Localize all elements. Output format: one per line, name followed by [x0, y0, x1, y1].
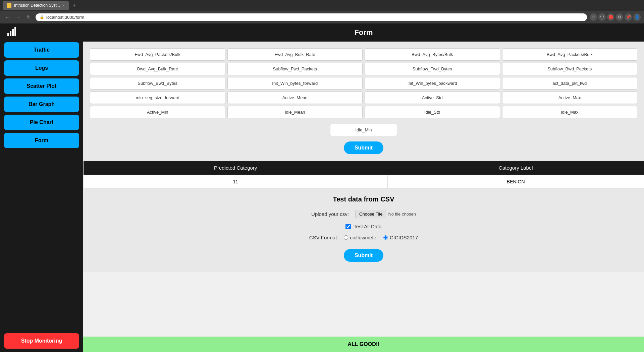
feature-cell: Active_Min: [90, 106, 225, 118]
test-all-data-checkbox[interactable]: [345, 224, 351, 229]
form-section: Fwd_Avg_Packets/Bulk Fwd_Avg_Bulk_Rate B…: [83, 42, 644, 161]
feature-cell: Idle_Std: [365, 106, 500, 118]
sidebar-item-bar-graph[interactable]: Bar Graph: [4, 97, 79, 112]
form-submit-button[interactable]: Submit: [344, 141, 383, 154]
upload-csv-label: Upload your csv:: [311, 211, 352, 217]
feature-cell: Active_Std: [365, 92, 500, 104]
logo-icon: [7, 27, 16, 36]
submit-button-wrapper: Submit: [90, 138, 637, 158]
logo-bar-3: [12, 29, 14, 36]
idle-min-cell: Idle_Min: [330, 124, 397, 136]
feature-cell: Bwd_Avg_Bytes/Bulk: [365, 48, 500, 61]
feature-cell: min_seg_size_forward: [90, 92, 225, 104]
feature-cell: Active_Mean: [227, 92, 363, 104]
url-text: localhost:3000/form: [46, 15, 84, 20]
test-all-data-row: Test All Data: [97, 224, 631, 229]
new-tab-button[interactable]: +: [70, 2, 78, 8]
radio-option-cicids2017: CICIDS2017: [383, 235, 418, 240]
feature-grid: Fwd_Avg_Packets/Bulk Fwd_Avg_Bulk_Rate B…: [90, 45, 637, 122]
csv-section-title: Test data from CSV: [97, 195, 631, 203]
sidebar-item-form[interactable]: Form: [4, 133, 79, 148]
browser-tabs: Intrusion Detection Syst... × +: [0, 0, 644, 11]
main-content: Form Fwd_Avg_Packets/Bulk Fwd_Avg_Bulk_R…: [83, 23, 644, 352]
sidebar-item-scatter-plot[interactable]: Scatter Plot: [4, 78, 79, 94]
results-table: Predicted Category Category Label 11 BEN…: [83, 161, 644, 189]
address-bar[interactable]: 🔒 localhost:3000/form: [36, 13, 587, 21]
feature-cell: Init_Win_bytes_forward: [227, 77, 363, 90]
choose-file-button[interactable]: Choose File: [356, 210, 386, 218]
tab-close-button[interactable]: ×: [63, 4, 65, 7]
feature-cell: Subflow_Fwd_Bytes: [365, 63, 500, 75]
sidebar-item-logs[interactable]: Logs: [4, 60, 79, 76]
logo-bar-2: [10, 31, 11, 36]
extension-btn-1[interactable]: 🛡: [598, 13, 606, 21]
back-button[interactable]: ←: [3, 13, 11, 21]
logo-bar-4: [14, 27, 16, 36]
cicflowmeter-radio[interactable]: [344, 235, 348, 240]
app-layout: Traffic Logs Scatter Plot Bar Graph Pie …: [0, 23, 644, 352]
page-title: Form: [83, 23, 644, 42]
no-file-text: No file chosen: [388, 212, 416, 217]
feature-cell: Bwd_Avg_Bulk_Rate: [90, 63, 225, 75]
category-label-value: BENIGN: [388, 175, 644, 189]
radio-option-cicflowmeter: cicflowmeter: [344, 235, 378, 240]
csv-section: Test data from CSV Upload your csv: Choo…: [83, 189, 644, 272]
csv-format-row: CSV Format: cicflowmeter CICIDS2017: [97, 235, 631, 240]
upload-csv-row: Upload your csv: Choose File No file cho…: [97, 210, 631, 218]
feature-cell: Subflow_Bwd_Packets: [502, 63, 638, 75]
results-row: 11 BENIGN: [84, 175, 644, 189]
csv-submit-button[interactable]: Submit: [344, 249, 383, 262]
profile-button[interactable]: 👤: [633, 13, 641, 21]
feature-cell: Fwd_Avg_Bulk_Rate: [227, 48, 363, 61]
extension-btn-4[interactable]: 📌: [625, 13, 632, 21]
extension-btn-2[interactable]: 🔴: [607, 13, 614, 21]
idle-min-row: Idle_Min: [90, 122, 637, 138]
feature-cell: Init_Win_bytes_backward: [365, 77, 500, 90]
sidebar-item-pie-chart[interactable]: Pie Chart: [4, 115, 79, 130]
cicflowmeter-label: cicflowmeter: [350, 235, 378, 240]
feature-cell: Subflow_Bwd_Bytes: [90, 77, 225, 90]
tab-title: Intrusion Detection Syst...: [14, 3, 60, 8]
logo-bar-1: [7, 33, 9, 36]
results-header-category: Predicted Category: [84, 161, 388, 175]
predicted-category-value: 11: [84, 175, 388, 189]
bookmark-star-button[interactable]: ☆: [590, 13, 597, 21]
feature-cell: act_data_pkt_fwd: [502, 77, 638, 90]
feature-cell: Bwd_Avg_Packets/Bulk: [502, 48, 638, 61]
cicids2017-radio[interactable]: [383, 235, 388, 240]
feature-cell: Active_Max: [502, 92, 638, 104]
browser-actions: ☆ 🛡 🔴 ⚙ 📌 👤: [590, 13, 641, 21]
footer-bar: ALL GOOD!!: [83, 337, 644, 352]
stop-monitoring-button[interactable]: Stop Monitoring: [4, 333, 79, 349]
cicids2017-label: CICIDS2017: [390, 235, 418, 240]
feature-cell: Idle_Mean: [227, 106, 363, 118]
extension-btn-3[interactable]: ⚙: [616, 13, 623, 21]
sidebar-item-traffic[interactable]: Traffic: [4, 42, 79, 58]
feature-cell: Subflow_Fwd_Packets: [227, 63, 363, 75]
test-all-data-label: Test All Data: [354, 224, 381, 229]
results-header-label: Category Label: [388, 161, 644, 175]
active-tab[interactable]: Intrusion Detection Syst... ×: [3, 1, 69, 10]
reload-button[interactable]: ↻: [25, 13, 33, 21]
sidebar-logo: [4, 27, 16, 36]
tab-favicon: [7, 3, 11, 8]
browser-chrome: Intrusion Detection Syst... × + ← → ↻ 🔒 …: [0, 0, 644, 23]
sidebar: Traffic Logs Scatter Plot Bar Graph Pie …: [0, 23, 83, 352]
csv-format-label: CSV Format:: [309, 235, 338, 240]
feature-cell: Fwd_Avg_Packets/Bulk: [90, 48, 225, 61]
forward-button[interactable]: →: [14, 13, 22, 21]
feature-cell: Idle_Max: [502, 106, 638, 118]
file-input-wrapper: Choose File No file chosen: [356, 210, 416, 218]
browser-controls: ← → ↻ 🔒 localhost:3000/form ☆ 🛡 🔴 ⚙ 📌 👤: [0, 11, 644, 23]
csv-submit-button-wrapper: Submit: [97, 246, 631, 265]
